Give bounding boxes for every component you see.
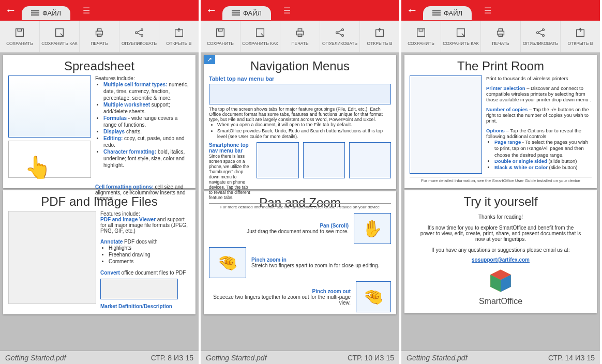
list-icon[interactable]: ☰ bbox=[484, 6, 491, 16]
save-icon bbox=[215, 27, 226, 40]
open-in-icon bbox=[575, 27, 586, 40]
options-list: Page range - To select the pages you wis… bbox=[486, 139, 592, 171]
screenshot-thumb bbox=[410, 75, 482, 174]
open-in-button[interactable]: ОТКРЫТЬ В bbox=[360, 21, 399, 52]
svg-rect-13 bbox=[297, 31, 304, 35]
save-button[interactable]: СОХРАНИТЬ bbox=[201, 21, 240, 52]
smartoffice-logo-icon bbox=[487, 267, 515, 295]
print-button[interactable]: ПЕЧАТЬ bbox=[280, 21, 320, 52]
document-area[interactable]: ↗ Navigation Menus Tablet top nav menu b… bbox=[201, 53, 399, 351]
pdf-page-printroom: The Print Room Print to thousands of wir… bbox=[404, 55, 597, 188]
brand-label: SmartOffice bbox=[410, 297, 592, 306]
toolbar: СОХРАНИТЬ СОХРАНИТЬ КАК ПЕЧАТЬ ОПУБЛИКОВ… bbox=[201, 21, 399, 53]
page-title: Try it yourself bbox=[410, 194, 592, 209]
share-icon bbox=[535, 27, 546, 40]
page-title: Spreadsheet bbox=[8, 59, 190, 73]
svg-point-27 bbox=[543, 29, 545, 31]
save-as-icon bbox=[455, 27, 466, 40]
page-indicator: СТР. 8 ИЗ 15 bbox=[151, 354, 193, 362]
gesture-thumb: 🤏 bbox=[356, 281, 391, 312]
page-title: Navigation Menus bbox=[209, 59, 391, 73]
hamburger-icon bbox=[232, 9, 240, 17]
save-button[interactable]: СОХРАНИТЬ bbox=[401, 21, 441, 52]
features-intro: Features include: bbox=[95, 75, 190, 81]
open-in-icon bbox=[374, 27, 385, 40]
svg-point-7 bbox=[141, 29, 143, 31]
paragraph: It's now time for you to explore SmartOf… bbox=[420, 225, 581, 242]
svg-point-6 bbox=[136, 32, 138, 34]
print-icon bbox=[94, 27, 105, 40]
filename: Getting Started.pdf bbox=[5, 354, 66, 362]
pinch-icon: 🤏 bbox=[363, 287, 384, 307]
screenshot-thumb bbox=[257, 142, 298, 178]
screenshot-thumb bbox=[100, 279, 178, 299]
list: When you open a document, it will open t… bbox=[209, 122, 391, 140]
svg-point-26 bbox=[537, 32, 539, 34]
save-button[interactable]: СОХРАНИТЬ bbox=[0, 21, 40, 52]
subheading: Pinch zoom in bbox=[251, 257, 379, 263]
publish-button[interactable]: ОПУБЛИКОВАТЬ bbox=[119, 21, 159, 52]
save-as-button[interactable]: СОХРАНИТЬ КАК bbox=[441, 21, 481, 52]
features-intro: Features include: bbox=[100, 211, 190, 217]
gesture-thumb: 🤏 bbox=[209, 247, 246, 278]
file-tab[interactable]: ФАЙЛ bbox=[222, 6, 271, 20]
paragraph: Since there is less screen space on a ph… bbox=[209, 154, 252, 200]
email-link[interactable]: sosupport@artifex.com bbox=[410, 257, 592, 263]
toolbar: СОХРАНИТЬ СОХРАНИТЬ КАК ПЕЧАТЬ ОПУБЛИКОВ… bbox=[401, 21, 600, 53]
back-icon[interactable]: ← bbox=[206, 4, 217, 17]
paragraph: Stretch two fingers apart to zoom in for… bbox=[251, 263, 379, 268]
svg-rect-11 bbox=[218, 29, 222, 32]
subheading: Tablet top nav menu bar bbox=[209, 75, 391, 82]
open-in-button[interactable]: ОТКРЫТЬ В bbox=[159, 21, 199, 52]
paragraph: The top of the screen shows tabs for maj… bbox=[209, 107, 391, 122]
page-indicator: СТР. 10 ИЗ 15 bbox=[348, 354, 394, 362]
svg-point-17 bbox=[342, 29, 344, 31]
page-title: The Print Room bbox=[410, 59, 592, 73]
pdf-page-tryit: Try it yourself Thanks for reading! It's… bbox=[404, 190, 597, 313]
pinch-icon: 🤏 bbox=[217, 253, 238, 272]
svg-point-8 bbox=[141, 35, 143, 37]
print-button[interactable]: ПЕЧАТЬ bbox=[481, 21, 521, 52]
file-tab[interactable]: ФАЙЛ bbox=[423, 6, 472, 20]
open-in-button[interactable]: ОТКРЫТЬ В bbox=[561, 21, 600, 52]
svg-rect-1 bbox=[18, 29, 21, 32]
document-area[interactable]: The Print Room Print to thousands of wir… bbox=[401, 53, 600, 351]
paragraph: Squeeze two fingers together to zoom out… bbox=[209, 294, 351, 306]
subheading: Smartphone top nav menu bar bbox=[209, 142, 252, 154]
publish-button[interactable]: ОПУБЛИКОВАТЬ bbox=[320, 21, 360, 52]
screenshot-thumb bbox=[349, 142, 391, 178]
gesture-thumb: ✋ bbox=[354, 213, 391, 244]
list-icon[interactable]: ☰ bbox=[83, 6, 90, 16]
file-tab[interactable]: ФАЙЛ bbox=[22, 6, 70, 20]
page-indicator: СТР. 14 ИЗ 15 bbox=[548, 354, 595, 362]
hamburger-icon bbox=[31, 9, 39, 17]
paragraph: If you have any questions or suggestions… bbox=[410, 247, 592, 253]
share-icon bbox=[334, 27, 345, 40]
svg-rect-23 bbox=[498, 31, 504, 35]
share-badge-icon: ↗ bbox=[204, 55, 215, 64]
screenshot-thumb bbox=[209, 84, 391, 104]
document-area[interactable]: Spreadsheet 👆 Features include: Multiple… bbox=[0, 53, 199, 351]
paragraph: Just drag the document around to see mor… bbox=[247, 229, 349, 234]
print-button[interactable]: ПЕЧАТЬ bbox=[80, 21, 119, 52]
list-icon[interactable]: ☰ bbox=[283, 6, 291, 16]
screenshot-thumb bbox=[303, 142, 345, 178]
screenshot-thumb bbox=[8, 211, 96, 304]
publish-button[interactable]: ОПУБЛИКОВАТЬ bbox=[521, 21, 561, 52]
paragraph: Print to thousands of wireless printers bbox=[486, 75, 592, 81]
footnote: For more detailed information, see the S… bbox=[209, 203, 391, 209]
share-icon bbox=[133, 27, 145, 40]
print-icon bbox=[294, 27, 306, 40]
svg-rect-14 bbox=[298, 29, 302, 32]
hamburger-icon bbox=[432, 9, 441, 17]
back-icon[interactable]: ← bbox=[5, 4, 17, 17]
pdf-page-pdfimage: PDF and Image Files Features include: PD… bbox=[3, 190, 195, 314]
status-bar: Getting Started.pdf СТР. 8 ИЗ 15 bbox=[0, 351, 199, 364]
save-as-button[interactable]: СОХРАНИТЬ КАК bbox=[240, 21, 280, 52]
back-icon[interactable]: ← bbox=[407, 4, 418, 17]
svg-point-16 bbox=[336, 32, 338, 34]
save-as-button[interactable]: СОХРАНИТЬ КАК bbox=[40, 21, 80, 52]
svg-rect-10 bbox=[217, 29, 224, 37]
status-bar: Getting Started.pdf СТР. 10 ИЗ 15 bbox=[201, 351, 399, 364]
screenshot-thumb: 👆 bbox=[8, 141, 91, 178]
